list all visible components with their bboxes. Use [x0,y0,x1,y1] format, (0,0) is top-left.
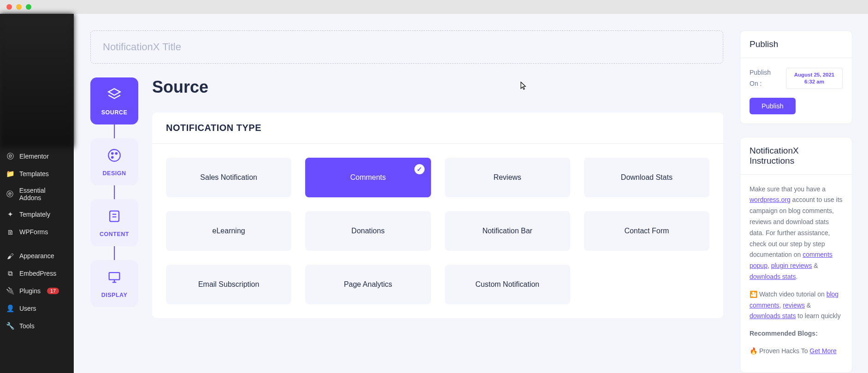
sidebar-item-wpforms[interactable]: 🗎 WPForms [0,223,74,241]
step-connector [114,246,115,260]
step-content[interactable]: CONTENT [90,199,138,246]
svg-point-1 [108,149,120,161]
notification-type-option[interactable]: Notification Bar [445,211,570,251]
templately-icon: ✦ [6,210,15,219]
notification-type-option[interactable]: Email Subscription [166,265,291,304]
link-downloads-stats-video[interactable]: downloads stats [750,312,796,320]
notification-type-option[interactable]: Reviews [445,158,570,197]
notification-type-option[interactable]: Custom Notification [445,265,570,304]
sidebar-item-label: Templately [19,211,50,218]
svg-point-4 [112,156,113,158]
sidebar-item-label: Appearance [19,252,54,260]
form-icon: 🗎 [6,227,15,237]
notification-type-option[interactable]: Contact Form [584,211,709,251]
instructions-heading: NotificationX Instructions [740,137,852,175]
link-wordpress-org[interactable]: wordpress.org [750,196,791,203]
layers-icon [106,87,122,106]
svg-point-3 [116,153,117,154]
step-label: DISPLAY [101,292,128,298]
check-icon: ✓ [414,164,425,174]
sidebar-item-essential-addons[interactable]: ⓔ Essential Addons [0,183,74,206]
panel-title: Source [152,77,723,97]
svg-rect-8 [109,272,120,280]
wrench-icon: 🔧 [6,321,15,331]
sidebar-item-templates[interactable]: 📁 Templates [0,165,74,183]
link-get-more[interactable]: Get More [809,347,836,355]
publish-card: Publish Publish On : August 25, 2021 6:3… [740,30,852,124]
svg-marker-0 [108,89,120,95]
notification-type-option[interactable]: Download Stats [584,158,709,197]
step-design[interactable]: DESIGN [90,138,138,185]
sidebar-item-label: WPForms [19,228,48,236]
close-window-dot[interactable] [6,4,12,10]
sidebar-item-label: Templates [19,170,49,178]
sidebar-item-label: Users [19,305,36,312]
brush-icon: 🖌 [6,251,15,261]
step-connector [114,185,115,199]
step-label: CONTENT [100,231,129,237]
sidebar-item-elementor[interactable]: ⓔ Elementor [0,148,74,165]
title-input-container[interactable] [90,30,723,64]
notification-type-option[interactable]: Comments✓ [305,158,431,197]
user-icon: 👤 [6,304,15,313]
macos-titlebar [0,0,868,14]
notification-title-input[interactable] [103,41,711,53]
wp-admin-sidebar: ⓔ Elementor 📁 Templates ⓔ Essential Addo… [0,14,74,373]
embed-icon: ⧉ [6,269,15,278]
maximize-window-dot[interactable] [26,4,31,10]
sidebar-item-users[interactable]: 👤 Users [0,300,74,317]
recommended-blogs-heading: Recommended Blogs: [750,328,843,339]
sidebar-item-plugins[interactable]: 🔌 Plugins 17 [0,282,74,300]
minimize-window-dot[interactable] [16,4,22,10]
instructions-paragraph-3: 🔥 Proven Hacks To Get More [750,346,843,357]
instructions-card: NotificationX Instructions Make sure tha… [740,137,852,373]
link-plugin-reviews[interactable]: plugin reviews [771,262,812,269]
document-icon [106,208,122,227]
publish-heading: Publish [740,31,852,58]
step-connector [114,124,115,138]
step-source[interactable]: SOURCE [90,77,138,124]
sidebar-item-embedpress[interactable]: ⧉ EmbedPress [0,265,74,282]
addons-icon: ⓔ [6,189,15,199]
sidebar-item-templately[interactable]: ✦ Templately [0,206,74,223]
notification-type-option[interactable]: Page Analytics [305,265,431,304]
plugins-updates-badge: 17 [47,288,59,294]
folder-icon: 📁 [6,169,15,178]
notification-type-option[interactable]: eLearning [166,211,291,251]
sidebar-item-appearance[interactable]: 🖌 Appearance [0,247,74,265]
elementor-icon: ⓔ [6,152,15,161]
section-heading: NOTIFICATION TYPE [152,112,723,144]
notification-type-option[interactable]: Sales Notification [166,158,291,197]
fire-icon: 🔥 [750,347,757,355]
step-display[interactable]: DISPLAY [90,260,138,307]
link-reviews-video[interactable]: reviews [783,302,804,309]
svg-rect-5 [110,211,119,221]
step-label: DESIGN [103,170,126,177]
publish-date-chip[interactable]: August 25, 2021 6:32 am [786,68,843,89]
notification-type-card: NOTIFICATION TYPE Sales NotificationComm… [152,112,723,318]
video-icon: 🎦 [750,290,757,298]
wizard-steps: SOURCE DESIGN CONTENT [90,77,138,327]
sidebar-item-label: Tools [19,322,35,330]
publish-on-label: Publish On : [750,67,779,89]
instructions-paragraph-1: Make sure that you have a wordpress.org … [750,184,843,283]
sidebar-item-label: Essential Addons [19,187,68,201]
sidebar-item-tools[interactable]: 🔧 Tools [0,317,74,335]
svg-point-2 [112,153,113,154]
link-downloads-stats[interactable]: downloads stats [750,273,796,280]
plug-icon: 🔌 [6,286,15,296]
palette-icon [106,148,122,166]
sidebar-item-label: EmbedPress [19,270,56,277]
step-label: SOURCE [101,109,127,116]
sidebar-item-label: Plugins [19,287,41,295]
monitor-icon [106,269,122,288]
instructions-paragraph-2: 🎦 Watch video tutorial on blog comments,… [750,289,843,322]
sidebar-item-label: Elementor [19,153,49,160]
sidebar-blurred-section [0,14,74,148]
publish-button[interactable]: Publish [750,98,796,114]
notification-type-option[interactable]: Donations [305,211,431,251]
